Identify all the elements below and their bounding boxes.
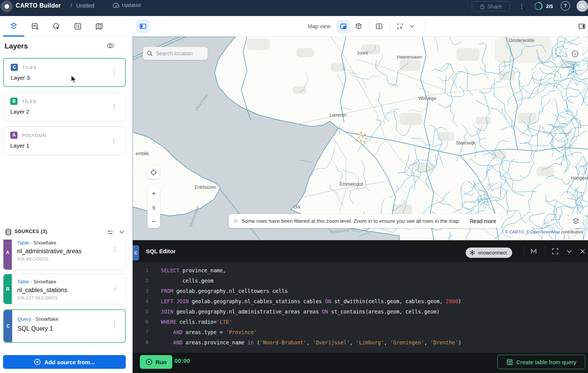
header-divider xyxy=(545,246,545,256)
query-timer: 00:00 xyxy=(175,357,190,364)
layer-card-layer3[interactable]: CTILES Layer 3 ⋮ xyxy=(3,58,126,87)
blend-mode-icon[interactable] xyxy=(107,43,114,49)
layer-menu-button[interactable]: ⋮ xyxy=(111,137,117,145)
basemap-layers-button[interactable] xyxy=(569,214,583,228)
map-from-query-button[interactable] xyxy=(530,247,538,256)
map-search-box[interactable] xyxy=(143,47,208,60)
save-status-label: Updated xyxy=(122,2,141,8)
play-icon xyxy=(146,359,152,365)
run-query-button[interactable]: Run xyxy=(140,355,172,369)
line-number: 6 xyxy=(133,319,161,325)
map-label: Hoogeveen xyxy=(571,175,588,181)
source-provider: · Snowflake xyxy=(30,279,56,285)
interaction-icon xyxy=(52,22,61,31)
source-kind-row: Table · Snowflake xyxy=(17,279,56,285)
source-menu-button[interactable]: ⋮ xyxy=(112,285,118,292)
sql-code-line[interactable]: 3FROM geolab.geography.nl_celltowers cel… xyxy=(133,286,588,296)
attribution-link[interactable]: CARTO xyxy=(509,230,524,234)
source-menu-button[interactable]: ⋮ xyxy=(112,246,118,253)
sidebar-toggle-button[interactable] xyxy=(136,19,150,33)
connection-badge[interactable]: snowconnect xyxy=(466,248,512,258)
filter-sliders-icon[interactable] xyxy=(107,229,114,236)
add-source-button[interactable]: Add source from... xyxy=(3,355,126,369)
locate-me-button[interactable] xyxy=(147,166,160,179)
tab-legend[interactable] xyxy=(71,19,85,33)
source-provider: · Snowflake xyxy=(32,316,58,322)
source-kind-row: Query · Snowflake xyxy=(18,316,58,322)
navbar-kebab-menu[interactable]: ⋮ xyxy=(518,2,525,11)
layer-card-layer1[interactable]: APOLYGON Layer 1 ⋮ xyxy=(3,126,126,155)
zoom-out-button[interactable]: − xyxy=(147,214,160,228)
close-editor-button[interactable] xyxy=(578,247,587,256)
tab-basemap[interactable] xyxy=(92,19,106,33)
sql-code-line[interactable]: 1SELECT province_name, xyxy=(133,265,588,275)
layer-card-layer2[interactable]: BTILES Layer 2 ⋮ xyxy=(3,92,126,121)
map-attribution: © CARTO, © OpenStreetMap contributors xyxy=(504,229,584,235)
create-table-button[interactable]: Create table from query xyxy=(497,355,585,369)
code-text: WHERE cells.radio='LTE' xyxy=(161,319,232,325)
layer-type-label: POLYGON xyxy=(22,133,46,138)
map-label: Enkhuizen xyxy=(195,185,216,190)
expand-editor-button[interactable] xyxy=(551,247,559,256)
sql-editor-footer: Run 00:00 Create table from query xyxy=(133,353,588,373)
layer-name: Layer 1 xyxy=(10,142,29,149)
view-2d-button[interactable] xyxy=(336,19,350,33)
view-3d-button[interactable] xyxy=(352,19,365,33)
code-text: JOIN geolab.geography.nl_administrative_… xyxy=(161,309,440,315)
help-button[interactable]: ? xyxy=(561,1,570,11)
basemap: JoureHeerenveenOosterwoldeWolvegaLemmerS… xyxy=(133,37,588,240)
avatar[interactable]: OL xyxy=(577,0,588,12)
selection-tool-dropdown[interactable] xyxy=(407,19,417,33)
cloud-check-icon xyxy=(113,3,120,8)
quota-indicator[interactable]: 2/5 xyxy=(534,1,553,11)
connection-name: snowconnect xyxy=(478,250,507,256)
source-card-administrative-areas[interactable]: A Table · Snowflake nl_administrative_ar… xyxy=(3,240,126,270)
layer-stack-icon xyxy=(572,217,580,225)
sql-code-line[interactable]: 2 cells.geom xyxy=(133,275,588,286)
info-icon xyxy=(571,50,579,58)
sql-code-line[interactable]: 4LEFT JOIN geolab.geography.nl_cables_st… xyxy=(133,296,588,306)
zoom-in-button[interactable]: + xyxy=(147,187,160,201)
zoom-level: 9 xyxy=(147,201,160,214)
attribution-link[interactable]: OpenStreetMap xyxy=(530,230,560,234)
plus-circle-icon xyxy=(34,359,41,365)
map-info-button[interactable] xyxy=(567,46,583,61)
document-title[interactable]: Untitled xyxy=(76,3,94,9)
sql-code-line[interactable]: 8 AND areas.province_name in ('Noord-Bra… xyxy=(133,337,588,347)
layer-name: Layer 3 xyxy=(11,74,30,81)
selection-tool-button[interactable] xyxy=(393,19,407,33)
layer-menu-button[interactable]: ⋮ xyxy=(111,69,117,77)
source-menu-button[interactable]: ⋮ xyxy=(112,321,117,328)
close-icon xyxy=(580,249,585,254)
sql-source-tab[interactable]: C xyxy=(133,245,139,260)
read-more-link[interactable]: Read more xyxy=(470,218,496,224)
source-badge: A xyxy=(3,240,12,270)
sql-code-line[interactable]: 6WHERE cells.radio='LTE' xyxy=(133,317,588,327)
sources-header[interactable]: SOURCES (3) xyxy=(0,226,133,239)
tab-widgets[interactable] xyxy=(28,19,42,33)
search-input[interactable] xyxy=(156,50,202,56)
map-canvas[interactable]: JoureHeerenveenOosterwoldeWolvegaLemmerS… xyxy=(133,37,588,240)
share-button[interactable]: Share xyxy=(472,1,510,11)
sql-code-line[interactable]: 5JOIN geolab.geography.nl_administrative… xyxy=(133,306,588,317)
line-number: 4 xyxy=(133,298,161,304)
tab-interactions[interactable] xyxy=(50,19,63,33)
source-card-cables-stations[interactable]: B Table · Snowflake nl_cables_stations 3… xyxy=(3,274,126,304)
toolbar-divider xyxy=(390,20,390,33)
map-label: Emmeloord xyxy=(340,182,363,187)
source-kind-row: Table · Snowflake xyxy=(17,240,56,246)
source-kind: Table xyxy=(17,240,29,246)
collapse-editor-button[interactable] xyxy=(565,247,574,256)
quota-label: 2/5 xyxy=(546,3,553,9)
sql-code[interactable]: 1SELECT province_name,2 cells.geom3FROM … xyxy=(133,262,588,353)
workspace-logo[interactable] xyxy=(1,0,13,12)
sql-code-line[interactable]: 7 AND areas.type = 'Province' xyxy=(133,327,588,337)
toolbar-divider xyxy=(134,16,135,37)
right-panel-toggle-button[interactable] xyxy=(575,19,588,33)
save-status: Updated xyxy=(113,2,141,8)
split-view-button[interactable] xyxy=(372,19,386,33)
source-card-sql-query-1[interactable]: C Query · Snowflake SQL Query 1 ⋮ xyxy=(3,309,126,343)
layer-menu-button[interactable]: ⋮ xyxy=(111,103,117,111)
collapse-chevron-icon[interactable] xyxy=(119,230,124,234)
tab-layers[interactable] xyxy=(7,19,21,33)
